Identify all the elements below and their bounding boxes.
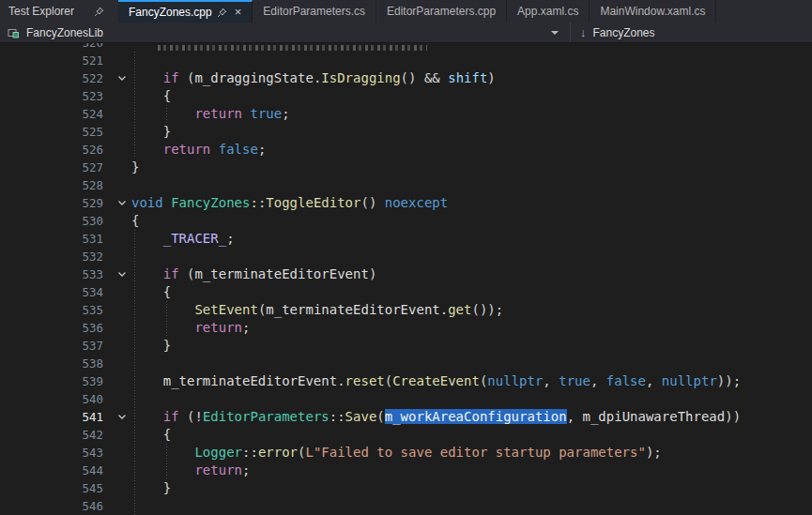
line-number[interactable]: 525 xyxy=(0,123,113,141)
code-line[interactable]: 525 } xyxy=(0,123,812,141)
code-text[interactable]: { xyxy=(131,87,812,105)
tab-fancyzones-cpp[interactable]: FancyZones.cpp× xyxy=(118,0,253,23)
code-line[interactable]: 533 if (m_terminateEditorEvent) xyxy=(0,265,812,283)
tab-test-explorer[interactable]: Test Explorer xyxy=(0,0,113,23)
member-dropdown[interactable]: ↓ FancyZones xyxy=(571,23,812,42)
code-text[interactable] xyxy=(131,176,812,194)
fold-chevron-icon[interactable] xyxy=(113,194,131,212)
line-number[interactable]: 543 xyxy=(0,444,113,462)
code-text[interactable]: if (m_draggingState.IsDragging() && shif… xyxy=(131,69,812,87)
code-line[interactable]: 534 { xyxy=(0,283,812,301)
code-text[interactable]: SetEvent(m_terminateEditorEvent.get()); xyxy=(131,301,812,319)
code-line[interactable]: 529void FancyZones::ToggleEditor() noexc… xyxy=(0,194,812,212)
chevron-down-icon[interactable] xyxy=(551,31,559,35)
indent-guide xyxy=(134,52,135,159)
code-text[interactable]: if (m_terminateEditorEvent) xyxy=(131,265,812,283)
code-line[interactable]: 520 xyxy=(0,43,812,52)
code-line[interactable]: 527} xyxy=(0,159,812,176)
code-text[interactable]: return; xyxy=(131,319,812,337)
code-line[interactable]: 521 xyxy=(0,52,812,69)
code-text[interactable]: { xyxy=(131,212,812,230)
line-number[interactable]: 523 xyxy=(0,87,113,105)
code-line[interactable]: 544 return; xyxy=(0,462,812,479)
line-number[interactable]: 544 xyxy=(0,462,113,479)
line-number[interactable]: 524 xyxy=(0,105,113,123)
tab-mainwindow-xaml-cs[interactable]: MainWindow.xaml.cs xyxy=(590,0,716,23)
line-number[interactable]: 530 xyxy=(0,212,113,230)
code-line[interactable]: 530{ xyxy=(0,212,812,230)
code-text[interactable] xyxy=(131,497,812,515)
line-number[interactable]: 520 xyxy=(0,43,113,52)
line-number[interactable]: 529 xyxy=(0,194,113,212)
code-line[interactable]: 524 return true; xyxy=(0,105,812,123)
line-number[interactable]: 546 xyxy=(0,497,113,515)
fold-chevron-icon[interactable] xyxy=(113,408,131,426)
project-dropdown[interactable]: FancyZonesLib xyxy=(0,23,571,42)
code-line[interactable]: 526 return false; xyxy=(0,141,812,159)
code-text[interactable] xyxy=(131,52,812,69)
code-line[interactable]: 542 { xyxy=(0,426,812,444)
line-number[interactable]: 531 xyxy=(0,230,113,248)
code-text[interactable]: } xyxy=(131,159,812,176)
line-number[interactable]: 535 xyxy=(0,301,113,319)
code-text[interactable]: _TRACER_; xyxy=(131,230,812,248)
code-text[interactable] xyxy=(131,248,812,265)
code-line[interactable]: 540 xyxy=(0,390,812,408)
code-line[interactable]: 539 m_terminateEditorEvent.reset(CreateE… xyxy=(0,372,812,390)
code-text[interactable]: } xyxy=(131,479,812,497)
code-line[interactable]: 535 SetEvent(m_terminateEditorEvent.get(… xyxy=(0,301,812,319)
fold-chevron-icon[interactable] xyxy=(113,69,131,87)
code-text[interactable]: } xyxy=(131,123,812,141)
line-number[interactable]: 534 xyxy=(0,283,113,301)
code-text[interactable] xyxy=(131,390,812,408)
code-text[interactable]: { xyxy=(131,283,812,301)
line-number[interactable]: 540 xyxy=(0,390,113,408)
code-line[interactable]: 546 xyxy=(0,497,812,515)
line-number[interactable]: 536 xyxy=(0,319,113,337)
line-number[interactable]: 537 xyxy=(0,337,113,355)
code-text[interactable]: { xyxy=(131,426,812,444)
code-line[interactable]: 545 } xyxy=(0,479,812,497)
code-text[interactable]: return; xyxy=(131,462,812,479)
code-area[interactable]: 520521522 if (m_draggingState.IsDragging… xyxy=(0,43,812,515)
code-text[interactable]: return false; xyxy=(131,141,812,159)
code-text[interactable]: } xyxy=(131,337,812,355)
code-text[interactable] xyxy=(131,355,812,372)
code-text[interactable]: return true; xyxy=(131,105,812,123)
line-number[interactable]: 539 xyxy=(0,372,113,390)
code-line[interactable]: 531 _TRACER_; xyxy=(0,230,812,248)
code-text[interactable]: Logger::error(L"Failed to save editor st… xyxy=(131,444,812,462)
line-number[interactable]: 545 xyxy=(0,479,113,497)
line-number[interactable]: 533 xyxy=(0,265,113,283)
code-line[interactable]: 537 } xyxy=(0,337,812,355)
code-line[interactable]: 536 return; xyxy=(0,319,812,337)
code-line[interactable]: 522 if (m_draggingState.IsDragging() && … xyxy=(0,69,812,87)
code-line[interactable]: 532 xyxy=(0,248,812,265)
code-line[interactable]: 543 Logger::error(L"Failed to save edito… xyxy=(0,444,812,462)
pin-icon[interactable] xyxy=(94,7,104,17)
code-token: , xyxy=(646,373,662,388)
line-number[interactable]: 528 xyxy=(0,176,113,194)
code-line[interactable]: 541 if (!EditorParameters::Save(m_workAr… xyxy=(0,408,812,426)
fold-chevron-icon[interactable] xyxy=(113,265,131,283)
tab-app-xaml-cs[interactable]: App.xaml.cs xyxy=(507,0,590,23)
line-number[interactable]: 521 xyxy=(0,52,113,69)
line-number[interactable]: 532 xyxy=(0,248,113,265)
code-line[interactable]: 523 { xyxy=(0,87,812,105)
code-text[interactable]: if (!EditorParameters::Save(m_workAreaCo… xyxy=(131,408,812,426)
code-text[interactable]: void FancyZones::ToggleEditor() noexcept xyxy=(131,194,812,212)
close-icon[interactable]: × xyxy=(235,7,242,18)
code-text[interactable]: m_terminateEditorEvent.reset(CreateEvent… xyxy=(131,372,812,390)
line-number[interactable]: 538 xyxy=(0,355,113,372)
pin-icon[interactable] xyxy=(217,8,227,18)
tab-editorparameters-cpp[interactable]: EditorParameters.cpp xyxy=(376,0,507,23)
tab-editorparameters-cs[interactable]: EditorParameters.cs xyxy=(253,0,376,23)
line-number[interactable]: 542 xyxy=(0,426,113,444)
line-number[interactable]: 522 xyxy=(0,69,113,87)
code-token: if xyxy=(163,266,179,281)
code-line[interactable]: 538 xyxy=(0,355,812,372)
line-number[interactable]: 541 xyxy=(0,408,113,426)
line-number[interactable]: 526 xyxy=(0,141,113,159)
line-number[interactable]: 527 xyxy=(0,159,113,176)
code-line[interactable]: 528 xyxy=(0,176,812,194)
